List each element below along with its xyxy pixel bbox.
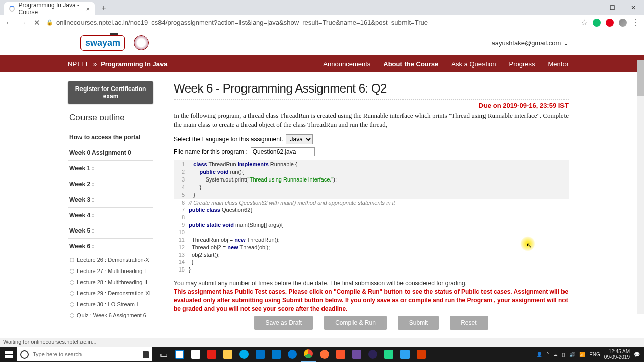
skype-icon[interactable] xyxy=(236,347,252,362)
register-exam-button[interactable]: Register for Certification exam xyxy=(68,81,153,104)
close-window-button[interactable]: ✕ xyxy=(623,0,644,15)
browser-tab[interactable]: Programming In Java - Course × xyxy=(4,2,95,15)
sidebar-item[interactable]: Week 1 : xyxy=(68,161,153,176)
eclipse-icon[interactable] xyxy=(365,347,380,362)
code-line[interactable]: } xyxy=(189,258,194,266)
submit-note: You may submit any number of times befor… xyxy=(174,280,569,287)
volume-icon[interactable]: 🔊 xyxy=(569,352,575,357)
app-icon-1[interactable] xyxy=(204,347,219,362)
profile-avatar-icon[interactable] xyxy=(619,19,627,27)
lecture-item[interactable]: Lecture 28 : Multithreading-II xyxy=(68,277,153,288)
code-line[interactable]: // Create main class Question62 with mai… xyxy=(189,199,395,207)
stop-reload-icon[interactable]: ✕ xyxy=(32,18,41,27)
reset-button[interactable]: Reset xyxy=(450,316,488,330)
compile-run-button[interactable]: Compile & Run xyxy=(324,316,387,330)
submit-button[interactable]: Submit xyxy=(398,316,439,330)
code-line[interactable]: public class Question62{ xyxy=(189,206,252,214)
office-icon[interactable] xyxy=(414,347,429,362)
filename-input[interactable] xyxy=(251,147,315,156)
sidebar-item[interactable]: Week 6 : xyxy=(68,239,153,254)
swayam-logo[interactable]: swayam xyxy=(80,35,125,51)
institute-seal-icon xyxy=(134,35,149,50)
app-icon-3[interactable] xyxy=(397,347,413,362)
chrome-icon[interactable] xyxy=(301,347,316,362)
menu-icon[interactable]: ⋮ xyxy=(632,18,640,27)
breadcrumb-course[interactable]: Programming In Java xyxy=(101,60,167,68)
people-icon[interactable]: 👤 xyxy=(536,352,542,357)
scrollbar-thumb[interactable] xyxy=(637,60,644,96)
code-line[interactable]: public static void main(String[] args){ xyxy=(189,221,283,229)
store-icon[interactable] xyxy=(172,347,187,362)
url-text: onlinecourses.nptel.ac.in/noc19_cs84/pro… xyxy=(56,19,428,26)
code-editor[interactable]: 1 class ThreadRun implements Runnable {2… xyxy=(174,160,569,274)
lecture-item[interactable]: Lecture 26 : Demonstration-X xyxy=(68,254,153,265)
sidebar-item[interactable]: Week 0 Assignment 0 xyxy=(68,145,153,161)
mail-icon[interactable] xyxy=(188,347,203,362)
save-as-draft-button[interactable]: Save as Draft xyxy=(254,316,313,330)
sidebar-item[interactable]: Week 5 : xyxy=(68,223,153,239)
file-explorer-icon[interactable] xyxy=(220,347,235,362)
lecture-item[interactable]: Lecture 29 : Demonstration-XI xyxy=(68,288,153,299)
notifications-icon[interactable]: 💬 xyxy=(634,352,640,357)
firefox-icon[interactable] xyxy=(317,347,332,362)
clock[interactable]: 12:45 AM 09-09-2019 xyxy=(604,349,630,360)
address-bar[interactable]: 🔒 onlinecourses.nptel.ac.in/noc19_cs84/p… xyxy=(46,19,576,26)
task-view-icon[interactable]: ▭ xyxy=(156,347,171,362)
code-line[interactable]: } xyxy=(189,191,195,199)
sidebar-item[interactable]: Week 4 : xyxy=(68,208,153,223)
ext-icon-1[interactable] xyxy=(593,19,601,27)
nav-progress[interactable]: Progress xyxy=(509,60,535,68)
battery-icon[interactable]: ▯ xyxy=(562,352,565,357)
minimize-button[interactable]: — xyxy=(581,0,602,15)
vscode-icon[interactable] xyxy=(269,347,284,362)
brave-icon[interactable] xyxy=(333,347,348,362)
nav-mentor[interactable]: Mentor xyxy=(548,60,569,68)
code-line[interactable]: obj2.start(); xyxy=(189,251,220,259)
tab-close-icon[interactable]: × xyxy=(86,5,90,13)
mic-icon[interactable] xyxy=(143,351,149,358)
sidebar-item[interactable]: How to access the portal xyxy=(68,130,153,145)
tray-chevron-icon[interactable]: ^ xyxy=(546,352,549,357)
outlook-icon[interactable] xyxy=(253,347,268,362)
nav-about-the-course[interactable]: About the Course xyxy=(383,60,438,68)
nav-ask-a-question[interactable]: Ask a Question xyxy=(451,60,496,68)
scrollbar[interactable] xyxy=(637,60,644,314)
nav-announcements[interactable]: Announcements xyxy=(323,60,370,68)
lecture-item[interactable]: Quiz : Week 6 Assignment 6 xyxy=(68,310,153,321)
code-line[interactable]: ThreadRun obj = new ThreadRun(); xyxy=(189,236,280,244)
code-line[interactable]: public void run(){ xyxy=(189,168,244,176)
back-icon[interactable]: ← xyxy=(4,18,13,27)
line-number: 9 xyxy=(174,221,189,229)
wifi-icon[interactable]: 📶 xyxy=(579,352,585,357)
course-outline-title: Course outline xyxy=(69,113,153,123)
star-icon[interactable]: ☆ xyxy=(581,18,588,27)
code-line[interactable]: } xyxy=(189,266,191,274)
code-line[interactable]: Thread obj2 = new Thread(obj); xyxy=(189,244,270,251)
code-line[interactable]: System.out.print("Thread using Runnable … xyxy=(189,176,337,184)
due-date: Due on 2019-09-16, 23:59 IST xyxy=(174,102,569,109)
lecture-item[interactable]: Lecture 30 : I-O Stream-I xyxy=(68,299,153,310)
chevron-down-icon: ⌄ xyxy=(563,39,569,47)
onedrive-icon[interactable]: ☁ xyxy=(553,352,558,357)
start-button[interactable] xyxy=(0,347,17,362)
edge-icon[interactable] xyxy=(285,347,300,362)
user-email[interactable]: aayushtake@gmail.com ⌄ xyxy=(491,39,569,47)
app-icon-2[interactable] xyxy=(349,347,364,362)
code-line[interactable]: class ThreadRun implements Runnable { xyxy=(189,161,297,168)
breadcrumb-root[interactable]: NPTEL xyxy=(68,60,89,68)
maximize-button[interactable]: ☐ xyxy=(602,0,623,15)
lecture-item[interactable]: Lecture 27 : Multithreading-I xyxy=(68,265,153,277)
filename-label: File name for this program : xyxy=(174,148,248,155)
new-tab-button[interactable]: + xyxy=(98,2,110,14)
divider xyxy=(174,99,569,100)
language-indicator[interactable]: ENG xyxy=(589,352,600,357)
cursor-pointer-icon: ↖ xyxy=(526,241,532,249)
code-line[interactable]: } xyxy=(189,184,201,191)
pycharm-icon[interactable] xyxy=(381,347,396,362)
ext-icon-2[interactable] xyxy=(606,19,614,27)
sidebar-item[interactable]: Week 3 : xyxy=(68,192,153,208)
sidebar-item[interactable]: Week 2 : xyxy=(68,176,153,192)
taskbar-search[interactable]: Type here to search xyxy=(17,347,152,361)
language-select[interactable]: Java xyxy=(286,134,313,144)
line-number: 7 xyxy=(174,206,189,214)
